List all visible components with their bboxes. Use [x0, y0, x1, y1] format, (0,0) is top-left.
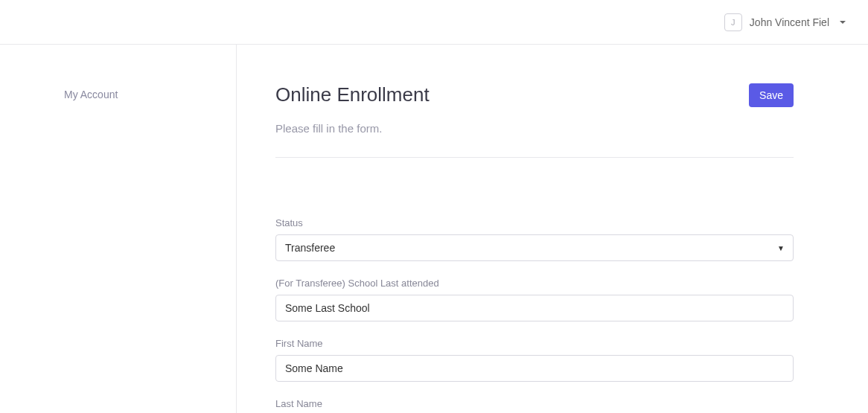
avatar: J: [724, 13, 742, 31]
page-title: Online Enrollment: [275, 83, 430, 106]
chevron-down-icon: [840, 21, 846, 24]
page-header: J John Vincent Fiel: [0, 0, 868, 45]
status-select[interactable]: Transferee: [275, 234, 794, 261]
school-last-label: (For Transferee) School Last attended: [275, 278, 794, 289]
school-last-input[interactable]: [275, 295, 794, 321]
save-button[interactable]: Save: [749, 83, 794, 107]
user-name: John Vincent Fiel: [750, 16, 829, 28]
form-group-first-name: First Name: [275, 338, 794, 382]
form-group-school-last: (For Transferee) School Last attended: [275, 278, 794, 321]
form-group-status: Status Transferee ▼: [275, 217, 794, 261]
status-label: Status: [275, 217, 794, 228]
page-subtitle: Please fill in the form.: [275, 122, 794, 135]
sidebar: My Account: [0, 45, 237, 413]
sidebar-item-my-account[interactable]: My Account: [64, 89, 118, 100]
first-name-input[interactable]: [275, 355, 794, 382]
avatar-initial: J: [731, 18, 735, 27]
divider: [275, 157, 794, 158]
main-content: Online Enrollment Save Please fill in th…: [237, 45, 868, 413]
first-name-label: First Name: [275, 338, 794, 349]
user-menu[interactable]: J John Vincent Fiel: [724, 13, 846, 31]
last-name-label: Last Name: [275, 398, 794, 409]
form-group-last-name: Last Name: [275, 398, 794, 413]
